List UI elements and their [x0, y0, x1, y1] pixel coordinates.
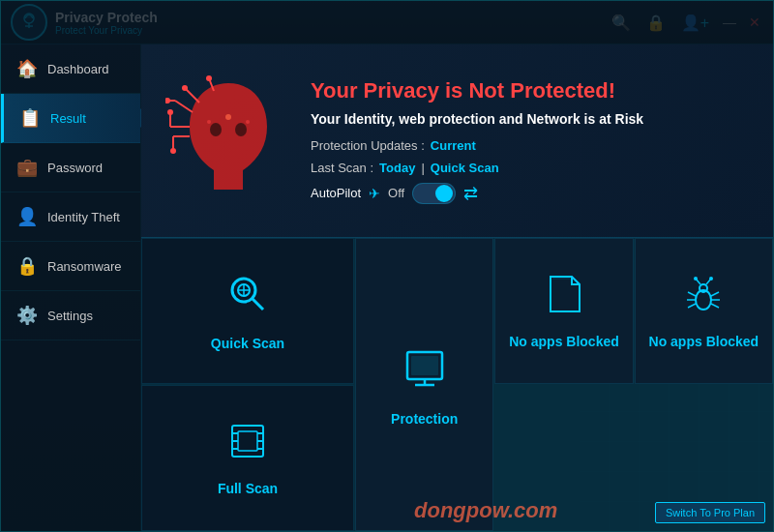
settings-label: Settings — [47, 309, 93, 323]
share-icon[interactable]: ⇄ — [463, 183, 478, 204]
svg-line-35 — [711, 292, 719, 296]
scan-label: Last Scan : — [311, 161, 373, 175]
quick-scan-cell[interactable]: Quick Scan — [141, 238, 354, 384]
svg-point-8 — [170, 148, 176, 154]
svg-line-32 — [688, 292, 696, 296]
full-scan-icon — [226, 420, 269, 471]
protection-label: Protection Updates : — [311, 138, 425, 153]
ransomware-icon: 🔒 — [16, 255, 38, 277]
svg-line-22 — [253, 299, 263, 310]
no-apps-2-cell[interactable]: No apps Blocked — [635, 238, 773, 384]
full-scan-cell[interactable]: Full Scan — [141, 385, 354, 531]
svg-line-34 — [688, 304, 696, 308]
svg-point-18 — [225, 114, 231, 120]
svg-point-41 — [709, 277, 713, 281]
svg-rect-43 — [238, 431, 257, 451]
scan-date: Today — [379, 161, 415, 175]
scan-divider: | — [421, 161, 424, 175]
svg-point-19 — [207, 120, 211, 124]
dashboard-label: Dashboard — [47, 62, 109, 76]
svg-line-9 — [175, 101, 193, 112]
app-window: Privacy Protech Protect Your Privacy 🔍 🔒… — [0, 0, 774, 532]
password-icon: 💼 — [16, 157, 38, 178]
blocked-doc-icon — [543, 273, 585, 324]
sidebar-item-password[interactable]: 💼 Password — [1, 143, 140, 192]
quick-scan-icon — [224, 271, 271, 326]
ransomware-label: Ransomware — [47, 259, 122, 274]
quick-scan-link[interactable]: Quick Scan — [431, 161, 499, 175]
quick-scan-label: Quick Scan — [211, 336, 284, 351]
svg-point-11 — [165, 98, 170, 103]
status-subtitle: Your Identity, web protection and Networ… — [311, 111, 749, 127]
toggle-knob — [435, 185, 453, 202]
sidebar-item-result[interactable]: 📋 Result — [1, 94, 140, 143]
sidebar-item-ransomware[interactable]: 🔒 Ransomware — [1, 242, 140, 291]
autopilot-state: Off — [388, 186, 404, 200]
no-apps-1-label: No apps Blocked — [509, 334, 619, 349]
result-label: Result — [50, 111, 86, 126]
protection-label-cell: Protection — [391, 411, 458, 427]
content-area: Your Privacy is Not Protected! Your Iden… — [141, 44, 773, 531]
sidebar-item-identity[interactable]: 👤 Identity Theft — [1, 192, 140, 242]
protection-row: Protection Updates : Current — [311, 138, 749, 153]
password-label: Password — [47, 161, 103, 175]
autopilot-toggle[interactable] — [412, 183, 456, 204]
bug-icon — [682, 273, 725, 324]
autopilot-plane-icon: ✈ — [369, 186, 380, 201]
status-title: Your Privacy is Not Protected! — [311, 78, 749, 103]
sidebar-item-settings[interactable]: ⚙️ Settings — [1, 291, 140, 340]
identity-label: Identity Theft — [47, 210, 120, 224]
protection-value: Current — [431, 138, 476, 153]
autopilot-label: AutoPilot — [311, 186, 361, 200]
brain-icon — [165, 74, 291, 209]
svg-point-40 — [694, 277, 698, 281]
svg-point-20 — [246, 120, 250, 124]
watermark: dongpow.com — [414, 498, 557, 523]
sidebar-item-dashboard[interactable]: 🏠 Dashboard — [1, 44, 140, 94]
status-banner: Your Privacy is Not Protected! Your Iden… — [141, 44, 773, 238]
no-apps-2-label: No apps Blocked — [649, 334, 759, 349]
switch-plan-button[interactable]: Switch To Pro Plan — [655, 502, 765, 523]
svg-point-15 — [206, 75, 212, 81]
full-scan-label: Full Scan — [218, 481, 278, 496]
bottom-grid: Quick Scan Protection — [141, 238, 773, 531]
scan-row: Last Scan : Today | Quick Scan — [311, 161, 749, 175]
dashboard-icon: 🏠 — [16, 58, 38, 79]
protection-icon — [400, 342, 450, 401]
svg-point-16 — [210, 123, 222, 136]
protection-cell[interactable]: Protection — [355, 238, 493, 531]
result-icon: 📋 — [19, 107, 41, 129]
svg-point-17 — [235, 123, 247, 136]
svg-point-5 — [167, 109, 173, 115]
identity-icon: 👤 — [16, 206, 38, 227]
svg-line-12 — [185, 88, 199, 103]
no-apps-1-cell[interactable]: No apps Blocked — [494, 238, 633, 384]
svg-rect-27 — [411, 356, 438, 375]
svg-line-37 — [711, 304, 719, 308]
settings-icon: ⚙️ — [16, 305, 38, 326]
svg-point-13 — [182, 85, 188, 91]
status-info: Your Privacy is Not Protected! Your Iden… — [311, 78, 749, 204]
autopilot-row: AutoPilot ✈ Off ⇄ — [311, 183, 749, 204]
